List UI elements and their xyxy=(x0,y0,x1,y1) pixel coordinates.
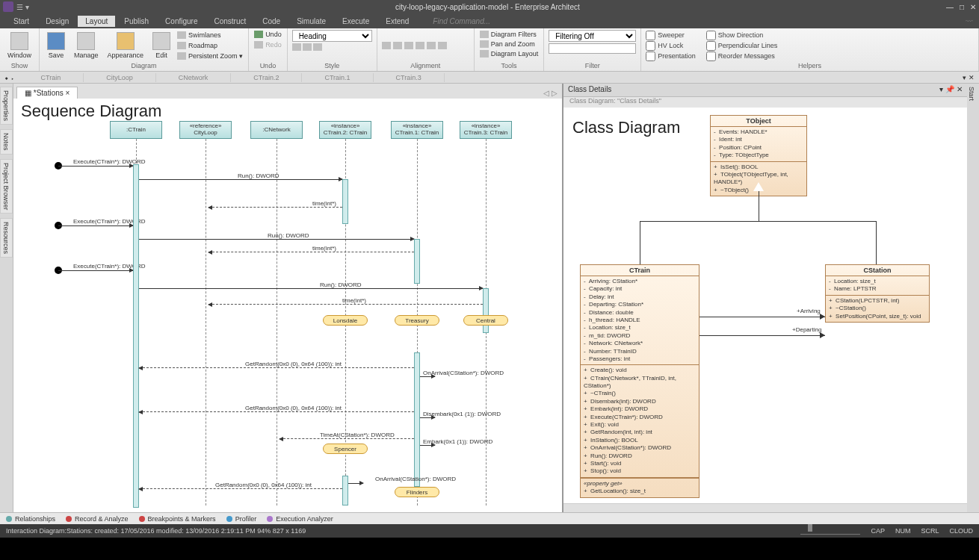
tab-properties[interactable]: Properties xyxy=(0,87,13,125)
connector xyxy=(640,221,876,222)
menu-execute[interactable]: Execute xyxy=(335,16,377,27)
hvlock-checkbox[interactable]: HV Lock xyxy=(646,41,696,51)
relationships-tab[interactable]: Relationships xyxy=(6,515,55,523)
doctab[interactable]: CTrain.2 xyxy=(231,73,302,82)
style-heading-combo[interactable]: Heading xyxy=(292,30,372,42)
presentation-checkbox[interactable]: Presentation xyxy=(646,52,696,61)
appearance-button[interactable]: Appearance xyxy=(105,31,147,60)
record-analyze-tab[interactable]: Record & Analyze xyxy=(66,515,129,523)
doctab[interactable]: CNetwork xyxy=(156,73,232,82)
menu-bar: Start Design Layout Publish Configure Co… xyxy=(0,13,979,28)
align-left-icon[interactable] xyxy=(382,42,391,49)
diagram-layout-button[interactable]: Diagram Layout xyxy=(479,49,540,58)
class-box[interactable]: CStation- Location: size_t- Name: LPTSTR… xyxy=(825,264,930,323)
lifeline-head[interactable]: :CTrain xyxy=(110,121,162,139)
state-note[interactable]: Lonsdale xyxy=(323,315,368,326)
breakpoints-tab[interactable]: Breakpoints & Markers xyxy=(139,515,216,523)
sweeper-checkbox[interactable]: Sweeper xyxy=(646,31,696,40)
status-scrl: SCRL xyxy=(921,527,939,535)
align-top-icon[interactable] xyxy=(416,42,424,49)
menu-code[interactable]: Code xyxy=(255,16,288,27)
undo-button[interactable]: Undo xyxy=(253,30,282,39)
tab-close-icon[interactable]: × xyxy=(66,89,70,97)
edit-button[interactable]: Edit xyxy=(149,31,173,60)
activation xyxy=(414,352,420,487)
doctab[interactable]: CTrain xyxy=(19,73,84,82)
state-note[interactable]: Spencer xyxy=(323,444,368,454)
align-middle-icon[interactable] xyxy=(427,42,436,49)
zoom-slider[interactable] xyxy=(800,527,860,535)
menu-extend[interactable]: Extend xyxy=(378,16,416,27)
align-center-icon[interactable] xyxy=(393,42,402,49)
manage-button[interactable]: Manage xyxy=(71,31,102,60)
class-canvas[interactable]: Class Diagram TObject- Events: HANDLE*- … xyxy=(563,108,967,503)
diagram-filters-button[interactable]: Diagram Filters xyxy=(479,30,537,39)
tab-resources[interactable]: Resources xyxy=(0,218,13,258)
swimlanes-button[interactable]: Swimlanes xyxy=(176,31,244,40)
class-box[interactable]: CTrain- Arriving: CStation*- Capacity: i… xyxy=(580,264,699,498)
tabstrip-close-icon[interactable]: ▾ ✕ xyxy=(958,74,979,81)
panel-close-icon[interactable]: ✕ xyxy=(957,85,963,93)
save-button[interactable]: Save xyxy=(44,31,68,60)
tab-project-browser[interactable]: Project Browser xyxy=(0,159,13,214)
sequence-canvas[interactable]: Sequence Diagram :CTrain«reference»CityL… xyxy=(13,99,562,512)
filter-text-input[interactable] xyxy=(549,43,636,54)
state-note[interactable]: Central xyxy=(463,315,508,326)
maximize-icon[interactable]: □ xyxy=(960,3,964,11)
tab-nav[interactable]: ◁ ▷ xyxy=(539,87,562,99)
filter-mode-combo[interactable]: Filtering Off xyxy=(549,30,636,42)
perpendicular-checkbox[interactable]: Perpendicular Lines xyxy=(706,41,778,51)
fill-icon[interactable] xyxy=(313,43,322,51)
close-icon[interactable]: ✕ xyxy=(970,3,976,11)
filters-icon xyxy=(480,31,489,38)
lifeline-head[interactable]: :CNetwork xyxy=(250,121,303,139)
zoom-button[interactable]: Persistent Zoom ▾ xyxy=(176,52,244,60)
style-group-label: Style xyxy=(292,61,372,69)
window-button[interactable]: Window xyxy=(4,31,34,60)
doctab[interactable]: CTrain.3 xyxy=(374,73,445,82)
minimize-icon[interactable]: — xyxy=(946,3,954,11)
find-command[interactable]: Find Command... xyxy=(433,17,490,25)
connector xyxy=(699,335,825,336)
doctab[interactable]: CTrain.1 xyxy=(302,73,373,82)
tab-notes[interactable]: Notes xyxy=(0,129,13,155)
showdirection-checkbox[interactable]: Show Direction xyxy=(706,31,778,40)
pin-icon[interactable]: ▾ 📌 xyxy=(939,85,954,93)
helpers-group-label: Helpers xyxy=(646,61,974,69)
menu-layout[interactable]: Layout xyxy=(78,16,115,27)
roadmap-button[interactable]: Roadmap xyxy=(176,41,244,50)
message-line xyxy=(348,483,363,484)
state-note[interactable]: Treasury xyxy=(395,315,439,326)
menu-construct[interactable]: Construct xyxy=(206,16,253,27)
menu-dropdown-icon[interactable]: ☰ ▾ xyxy=(16,3,29,11)
tabstrip-nav-icon[interactable]: ⬥ ▸ xyxy=(0,74,19,81)
lifeline-head[interactable]: «reference»CityLoop xyxy=(179,121,232,139)
menu-simulate[interactable]: Simulate xyxy=(289,16,333,27)
menu-start[interactable]: Start xyxy=(6,16,37,27)
assoc-arrow-icon xyxy=(820,332,825,338)
menu-publish[interactable]: Publish xyxy=(117,16,156,27)
doctab[interactable]: CityLoop xyxy=(84,73,156,82)
align-bottom-icon[interactable] xyxy=(438,42,447,49)
reorder-checkbox[interactable]: Reorder Messages xyxy=(706,52,778,61)
message-label: GetRandom(0x0 (0), 0x64 (100)): int xyxy=(245,405,342,411)
color-icon[interactable] xyxy=(303,43,312,51)
pan-zoom-button[interactable]: Pan and Zoom xyxy=(479,40,536,49)
tab-stations[interactable]: ▦ *Stations × xyxy=(16,87,78,99)
align-right-icon[interactable] xyxy=(404,42,413,49)
lifeline-head[interactable]: «instance»CTrain.2: CTrain xyxy=(319,121,371,139)
scrollbar[interactable] xyxy=(563,503,967,512)
state-note[interactable]: Flinders xyxy=(395,487,439,497)
lifeline-head[interactable]: «instance»CTrain.3: CTrain xyxy=(460,121,512,139)
profiler-tab[interactable]: Profiler xyxy=(226,515,257,523)
undo-icon xyxy=(254,31,263,38)
redo-button[interactable]: Redo xyxy=(253,40,282,49)
menu-configure[interactable]: Configure xyxy=(158,16,205,27)
tab-start[interactable]: Start xyxy=(968,87,975,101)
menu-design[interactable]: Design xyxy=(38,16,76,27)
lifeline-head[interactable]: «instance»CTrain.1: CTrain xyxy=(391,121,443,139)
bottom-bar: Relationships Record & Analyze Breakpoin… xyxy=(0,512,979,524)
activation xyxy=(342,476,348,505)
font-icon[interactable] xyxy=(292,43,301,51)
execution-analyzer-tab[interactable]: Execution Analyzer xyxy=(267,515,333,523)
